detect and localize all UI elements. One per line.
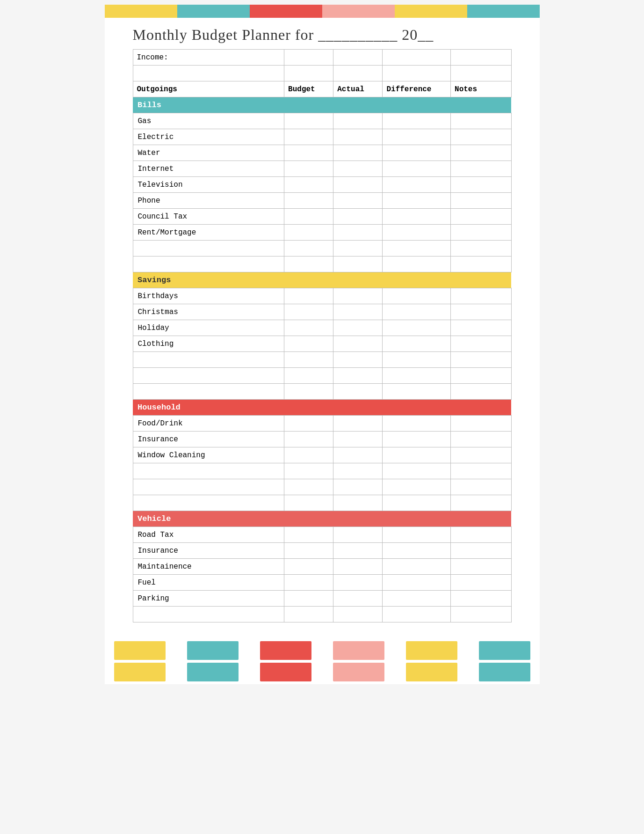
row-council-tax: Council Tax	[133, 209, 284, 225]
bottom-teal-4	[479, 663, 530, 681]
strip-yellow-1	[105, 5, 141, 18]
income-label: Income:	[133, 50, 284, 66]
header-notes: Notes	[451, 81, 511, 97]
table-row: Internet	[133, 161, 511, 177]
bottom-yellow-2	[406, 641, 457, 660]
bottom-yellow-4	[406, 663, 457, 681]
category-bills: Bills	[133, 97, 511, 113]
strip-teal-1	[177, 5, 214, 18]
strip-yellow-4	[431, 5, 467, 18]
row-water: Water	[133, 145, 284, 161]
table-row: Council Tax	[133, 209, 511, 225]
row-food-drink: Food/Drink	[133, 416, 284, 432]
income-actual[interactable]	[333, 50, 383, 66]
table-row: Birthdays	[133, 288, 511, 304]
bottom-strip-row-1	[105, 641, 540, 660]
blank-row-savings-3	[133, 384, 511, 400]
strip-teal-4	[503, 5, 540, 18]
row-rent: Rent/Mortgage	[133, 225, 284, 241]
household-label: Household	[133, 400, 511, 416]
row-television: Television	[133, 177, 284, 193]
bills-label: Bills	[133, 97, 511, 113]
income-row: Income:	[133, 50, 511, 66]
vehicle-label: Vehicle	[133, 511, 511, 527]
blank-row-savings-1	[133, 352, 511, 368]
strip-teal-3	[467, 5, 504, 18]
income-budget[interactable]	[284, 50, 333, 66]
blank-row-bills-2	[133, 256, 511, 272]
row-electric: Electric	[133, 129, 284, 145]
row-clothing: Clothing	[133, 336, 284, 352]
table-row: Road Tax	[133, 527, 511, 543]
table-row: Christmas	[133, 304, 511, 320]
table-row: Electric	[133, 129, 511, 145]
income-notes[interactable]	[451, 50, 511, 66]
budget-table: Income: Outgoings Budget Actual Differen…	[133, 49, 512, 622]
blank-row-savings-2	[133, 368, 511, 384]
table-row: Television	[133, 177, 511, 193]
header-difference: Difference	[383, 81, 451, 97]
row-internet: Internet	[133, 161, 284, 177]
strip-pink-2	[358, 5, 395, 18]
category-savings: Savings	[133, 272, 511, 288]
bottom-strip-row-2	[105, 663, 540, 681]
row-parking: Parking	[133, 591, 284, 607]
table-row: Insurance	[133, 432, 511, 447]
row-holiday: Holiday	[133, 320, 284, 336]
title-area: Monthly Budget Planner for __________ 20…	[105, 18, 540, 49]
strip-pink-1	[322, 5, 359, 18]
bottom-pink-2	[333, 663, 384, 681]
table-row: Window Cleaning	[133, 447, 511, 463]
table-row: Phone	[133, 193, 511, 209]
bottom-pink-1	[333, 641, 384, 660]
row-gas: Gas	[133, 113, 284, 129]
bottom-yellow-3	[114, 663, 166, 681]
strip-yellow-3	[395, 5, 431, 18]
strip-yellow-2	[141, 5, 177, 18]
row-birthdays: Birthdays	[133, 288, 284, 304]
blank-row-1	[133, 66, 511, 81]
row-maintenance: Maintainence	[133, 559, 284, 575]
blank-row-household-3	[133, 495, 511, 511]
row-fuel: Fuel	[133, 575, 284, 591]
row-road-tax: Road Tax	[133, 527, 284, 543]
bottom-teal-2	[479, 641, 530, 660]
page: Monthly Budget Planner for __________ 20…	[105, 5, 540, 684]
blank-row-vehicle-1	[133, 607, 511, 622]
blank-row-bills-1	[133, 241, 511, 256]
table-row: Clothing	[133, 336, 511, 352]
bottom-red-1	[260, 641, 311, 660]
row-insurance-household: Insurance	[133, 432, 284, 447]
category-vehicle: Vehicle	[133, 511, 511, 527]
row-phone: Phone	[133, 193, 284, 209]
table-row: Gas	[133, 113, 511, 129]
header-outgoings: Outgoings	[133, 81, 284, 97]
top-color-strip	[105, 5, 540, 18]
category-household: Household	[133, 400, 511, 416]
header-budget: Budget	[284, 81, 333, 97]
table-row: Holiday	[133, 320, 511, 336]
bottom-color-strips	[105, 641, 540, 681]
table-row: Fuel	[133, 575, 511, 591]
bottom-red-2	[260, 663, 311, 681]
row-window-cleaning: Window Cleaning	[133, 447, 284, 463]
row-insurance-vehicle: Insurance	[133, 543, 284, 559]
income-diff[interactable]	[383, 50, 451, 66]
strip-red-2	[286, 5, 322, 18]
table-row: Parking	[133, 591, 511, 607]
strip-red-1	[250, 5, 286, 18]
header-actual: Actual	[333, 81, 383, 97]
blank-row-household-1	[133, 463, 511, 479]
table-wrapper: Income: Outgoings Budget Actual Differen…	[105, 49, 540, 632]
table-row: Water	[133, 145, 511, 161]
table-row: Rent/Mortgage	[133, 225, 511, 241]
savings-label: Savings	[133, 272, 511, 288]
page-title: Monthly Budget Planner for __________ 20…	[133, 26, 434, 43]
bottom-teal-1	[187, 641, 239, 660]
table-row: Insurance	[133, 543, 511, 559]
table-row: Food/Drink	[133, 416, 511, 432]
row-christmas: Christmas	[133, 304, 284, 320]
blank-row-household-2	[133, 479, 511, 495]
bottom-teal-3	[187, 663, 239, 681]
table-row: Maintainence	[133, 559, 511, 575]
